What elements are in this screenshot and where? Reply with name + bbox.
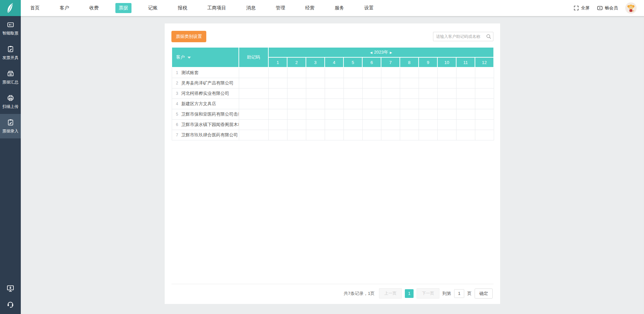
month-cell[interactable] — [437, 78, 456, 88]
nav-tab-bookkeeping[interactable]: 记账 — [145, 3, 161, 13]
month-cell[interactable] — [400, 88, 419, 99]
month-cell[interactable] — [381, 109, 400, 119]
month-cell[interactable] — [325, 88, 343, 99]
month-cell[interactable] — [287, 67, 306, 78]
month-cell[interactable] — [325, 78, 343, 88]
month-cell[interactable] — [306, 88, 325, 99]
month-cell[interactable] — [362, 109, 381, 119]
month-cell[interactable] — [306, 130, 325, 140]
member-button[interactable]: 畅会员 — [597, 5, 618, 11]
nav-tab-messages[interactable]: 消息 — [243, 3, 259, 13]
search-icon[interactable] — [486, 34, 491, 39]
ticket-category-settings-button[interactable]: 票据类别设置 — [171, 31, 206, 42]
month-cell[interactable] — [325, 99, 343, 109]
month-cell[interactable] — [419, 78, 437, 88]
month-cell[interactable] — [475, 67, 494, 78]
month-cell[interactable] — [362, 119, 381, 130]
month-cell[interactable] — [268, 67, 287, 78]
month-cell[interactable] — [456, 130, 475, 140]
month-cell[interactable] — [343, 88, 362, 99]
month-cell[interactable] — [306, 119, 325, 130]
user-avatar[interactable] — [625, 2, 637, 14]
table-row[interactable]: 5卫辉市保和堂医药有限公司击磬... — [172, 109, 494, 119]
page-number-input[interactable] — [454, 289, 464, 298]
next-year-arrow[interactable]: ▶ — [388, 51, 394, 54]
month-cell[interactable] — [419, 99, 437, 109]
month-cell[interactable] — [343, 130, 362, 140]
month-cell[interactable] — [437, 109, 456, 119]
customer-cell[interactable]: 2灵寿县尚泽矿产品有限公司 — [172, 78, 239, 88]
month-cell[interactable] — [306, 78, 325, 88]
nav-tab-tax[interactable]: 报税 — [174, 3, 191, 13]
nav-tab-management[interactable]: 管理 — [272, 3, 288, 13]
month-cell[interactable] — [475, 99, 494, 109]
prev-page-button[interactable]: 上一页 — [379, 288, 402, 299]
month-cell[interactable] — [400, 130, 419, 140]
month-cell[interactable] — [287, 88, 306, 99]
table-row[interactable]: 4新建区方方文具店 — [172, 99, 494, 109]
app-logo[interactable] — [0, 0, 21, 16]
month-cell[interactable] — [456, 119, 475, 130]
month-cell[interactable] — [381, 130, 400, 140]
nav-tab-home[interactable]: 首页 — [27, 3, 43, 13]
month-cell[interactable] — [343, 119, 362, 130]
table-row[interactable]: 1测试账套 — [172, 67, 494, 78]
customer-cell[interactable]: 4新建区方方文具店 — [172, 99, 239, 109]
month-cell[interactable] — [362, 67, 381, 78]
prev-year-arrow[interactable]: ◀ — [368, 51, 374, 54]
fullscreen-button[interactable]: 全屏 — [574, 5, 590, 11]
month-cell[interactable] — [306, 67, 325, 78]
month-cell[interactable] — [456, 109, 475, 119]
month-cell[interactable] — [381, 67, 400, 78]
nav-tab-fees[interactable]: 收费 — [86, 3, 102, 13]
month-cell[interactable] — [287, 78, 306, 88]
customer-cell[interactable]: 6卫辉市汲水镇下园闻香阁苗木种... — [172, 119, 239, 130]
search-input[interactable] — [433, 32, 493, 41]
confirm-page-button[interactable]: 确定 — [475, 289, 493, 299]
month-cell[interactable] — [475, 119, 494, 130]
month-cell[interactable] — [268, 109, 287, 119]
month-cell[interactable] — [381, 99, 400, 109]
table-row[interactable]: 2灵寿县尚泽矿产品有限公司 — [172, 78, 494, 88]
sidebar-item-smart-fetch[interactable]: 智能取票 — [0, 16, 21, 41]
month-cell[interactable] — [400, 109, 419, 119]
month-cell[interactable] — [475, 130, 494, 140]
month-cell[interactable] — [287, 130, 306, 140]
month-cell[interactable] — [400, 119, 419, 130]
client-download-icon[interactable] — [6, 285, 14, 293]
month-cell[interactable] — [456, 78, 475, 88]
month-cell[interactable] — [268, 119, 287, 130]
month-cell[interactable] — [325, 119, 343, 130]
nav-tab-business-projects[interactable]: 工商项目 — [204, 3, 229, 13]
month-cell[interactable] — [362, 130, 381, 140]
next-page-button[interactable]: 下一页 — [417, 288, 439, 299]
month-cell[interactable] — [362, 99, 381, 109]
month-cell[interactable] — [400, 99, 419, 109]
customer-cell[interactable]: 3河北柯搭桦实业有限公司 — [172, 88, 239, 99]
month-cell[interactable] — [306, 109, 325, 119]
month-cell[interactable] — [325, 130, 343, 140]
nav-tab-services[interactable]: 服务 — [331, 3, 347, 13]
month-cell[interactable] — [475, 109, 494, 119]
month-cell[interactable] — [287, 99, 306, 109]
month-cell[interactable] — [343, 99, 362, 109]
nav-tab-settings[interactable]: 设置 — [361, 3, 377, 13]
month-cell[interactable] — [456, 67, 475, 78]
month-cell[interactable] — [381, 78, 400, 88]
month-cell[interactable] — [437, 119, 456, 130]
month-cell[interactable] — [381, 88, 400, 99]
month-cell[interactable] — [456, 88, 475, 99]
month-cell[interactable] — [400, 67, 419, 78]
month-cell[interactable] — [325, 67, 343, 78]
month-cell[interactable] — [419, 119, 437, 130]
month-cell[interactable] — [287, 109, 306, 119]
sidebar-item-invoice-issue[interactable]: 发票开具 — [0, 41, 21, 65]
month-cell[interactable] — [343, 78, 362, 88]
month-cell[interactable] — [437, 130, 456, 140]
month-cell[interactable] — [475, 78, 494, 88]
table-row[interactable]: 7卫辉市玖玖肆合医药有限公司 — [172, 130, 494, 140]
table-row[interactable]: 6卫辉市汲水镇下园闻香阁苗木种... — [172, 119, 494, 130]
nav-tab-operations[interactable]: 经营 — [302, 3, 318, 13]
month-cell[interactable] — [419, 88, 437, 99]
month-cell[interactable] — [381, 119, 400, 130]
